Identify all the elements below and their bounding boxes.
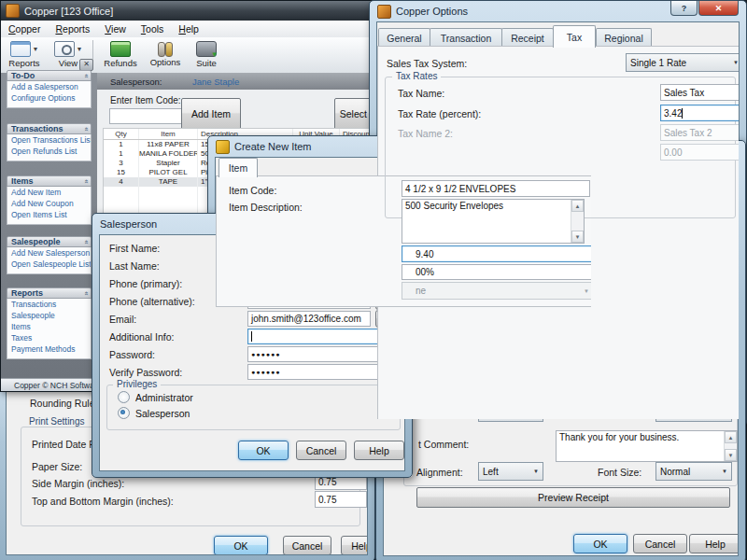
tab-regional[interactable]: Regional [596,28,652,47]
view-icon [54,41,75,57]
sidebar-section-todo[interactable]: To-Do« [7,70,92,81]
sidebar-item-report-transactions[interactable]: Transactions [7,299,91,310]
tab-tax[interactable]: Tax [553,25,596,48]
scrollbar[interactable]: ▲▼ [571,200,584,243]
receipt-ok-button[interactable]: OK [573,534,627,553]
sidebar-item-open-refunds[interactable]: Open Refunds List [7,146,91,157]
sidebar: ✕ To-Do« Add a Salesperson Configure Opt… [1,73,97,378]
menu-tools[interactable]: Tools [134,21,172,36]
salesperson-ok-button[interactable]: OK [238,441,289,460]
side-margin-label: Side Margin (inches): [32,478,124,489]
tax-name-field[interactable]: Sales Tax [660,84,740,101]
tab-receipt[interactable]: Receipt [501,28,554,47]
toolbar-suite-button[interactable]: Suite [187,37,226,71]
sidebar-section-salespeople[interactable]: Salespeople« [7,236,92,247]
toolbar-reports-button[interactable]: ▼ Reports [1,37,48,71]
tax-name2-field[interactable]: Sales Tax 2 [660,124,740,141]
scrollbar[interactable]: ▲▼ [724,431,737,461]
salesperson-link[interactable]: Jane Staple [192,77,239,87]
tax-rate2-field[interactable]: 0.00 [660,144,740,161]
bottom-font-size-dropdown[interactable]: Normal▼ [655,462,732,481]
phone-primary-label: Phone (primary): [109,278,182,289]
first-name-label: First Name: [109,243,160,254]
tab-transaction[interactable]: Transaction [430,28,502,47]
toolbar-refunds-button[interactable]: Refunds [97,37,144,71]
sidebar-panel-todo: Add a Salesperson Configure Options [7,81,92,108]
print-help-button[interactable]: Help [341,536,368,555]
options-icon [156,42,175,56]
bottom-comment-label: t Comment: [418,439,469,450]
sidebar-item-open-items-list[interactable]: Open Items List [7,209,91,220]
sidebar-item-configure-options[interactable]: Configure Options [7,92,91,104]
sidebar-item-report-items[interactable]: Items [7,321,91,332]
collapse-chevron-icon: « [81,291,90,295]
sidebar-section-transactions[interactable]: Transactions« [7,123,92,134]
bottom-comment-textarea[interactable]: Thank you for your business. ▲▼ [556,430,738,462]
bottom-alignment-dropdown[interactable]: Left▼ [478,462,543,481]
salesperson-help-button[interactable]: Help [354,441,404,460]
tax-name-label: Tax Name: [398,88,444,99]
col-item[interactable]: Item [139,129,198,139]
tab-general[interactable]: General [378,28,430,47]
item-description-textarea[interactable]: 500 Security Envelopes ▲▼ [402,199,585,244]
print-settings-group-label: Print Settings [25,416,88,427]
radio-administrator[interactable]: Administrator [118,391,193,403]
sidebar-item-report-salespeople[interactable]: Salespeople [7,310,91,321]
print-ok-button[interactable]: OK [214,536,268,555]
main-titlebar[interactable]: Copper [123 Office] [1,1,372,21]
sidebar-item-add-salesperson[interactable]: Add a Salesperson [7,81,91,92]
sales-tax-system-dropdown[interactable]: Single 1 Rate▼ [626,53,740,72]
sidebar-item-report-taxes[interactable]: Taxes [7,332,91,343]
item-percent-field[interactable]: 00% [402,264,592,280]
sidebar-item-add-new-item[interactable]: Add New Item [7,187,91,198]
sidebar-item-open-transactions[interactable]: Open Transactions List [7,134,91,146]
item-tax-dropdown[interactable]: ne▼ [402,282,592,300]
sidebar-item-add-new-coupon[interactable]: Add New Coupon [7,198,91,209]
help-icon[interactable]: ? [670,1,698,16]
sidebar-item-open-salespeople-list[interactable]: Open Salespeople List [7,259,91,270]
sidebar-item-add-new-salesperson[interactable]: Add New Salesperson [7,247,91,259]
item-price-field[interactable]: 9.40 [402,245,592,262]
add-item-button[interactable]: Add Item [181,98,241,130]
tax-rate-field[interactable]: 3.42 [660,105,740,121]
collapse-chevron-icon: « [81,127,90,131]
collapse-chevron-icon: « [81,74,90,77]
copper-options-icon [377,5,391,19]
select-item-button[interactable]: Select Item [334,98,372,130]
verify-password-label: Verify Password: [109,367,182,378]
sidebar-item-report-payment-methods[interactable]: Payment Methods [7,343,91,355]
toolbar-options-button[interactable]: Options [144,37,187,71]
tab-item[interactable]: Item [218,158,258,177]
additional-info-label: Additional Info: [109,331,174,343]
salesperson-cancel-button[interactable]: Cancel [296,441,346,460]
close-icon[interactable]: ✕ [698,1,739,16]
menu-view[interactable]: View [97,21,134,36]
sidebar-panel-salespeople: Add New Salesperson Open Salespeople Lis… [7,247,92,274]
menu-bar: Copper Reports View Tools Help [1,21,372,38]
menu-copper[interactable]: Copper [1,21,48,36]
sidebar-section-items[interactable]: Items« [7,175,92,187]
email-field[interactable]: john.smith@123office.com [247,311,371,327]
enter-item-code-label: Enter Item Code: [110,95,181,105]
item-code-field[interactable]: 4 1/2 x 9 1/2 ENVELOPES [402,180,590,197]
receipt-cancel-button[interactable]: Cancel [633,534,687,553]
top-bottom-margin-field[interactable]: 0.75 [315,491,367,508]
collapse-chevron-icon: « [81,179,90,183]
preview-receipt-button[interactable]: Preview Receipt [416,487,730,508]
create-item-icon [216,140,230,154]
chevron-down-icon: ▼ [77,46,83,52]
sidebar-section-reports[interactable]: Reports« [7,287,92,299]
menu-help[interactable]: Help [171,21,206,36]
paper-size-label: Paper Size: [32,461,82,472]
suite-icon [196,41,217,57]
receipt-help-button[interactable]: Help [689,534,739,553]
print-cancel-button[interactable]: Cancel [283,536,331,555]
sidebar-panel-items: Add New Item Add New Coupon Open Items L… [7,187,92,225]
item-dialog-title: Create New Item [234,141,312,152]
item-code-input[interactable] [109,108,186,124]
col-qty[interactable]: Qty [104,129,139,139]
text-caret [251,331,252,342]
radio-salesperson[interactable]: Salesperson [118,407,190,419]
menu-reports[interactable]: Reports [48,21,97,36]
email-label: Email: [109,314,136,325]
